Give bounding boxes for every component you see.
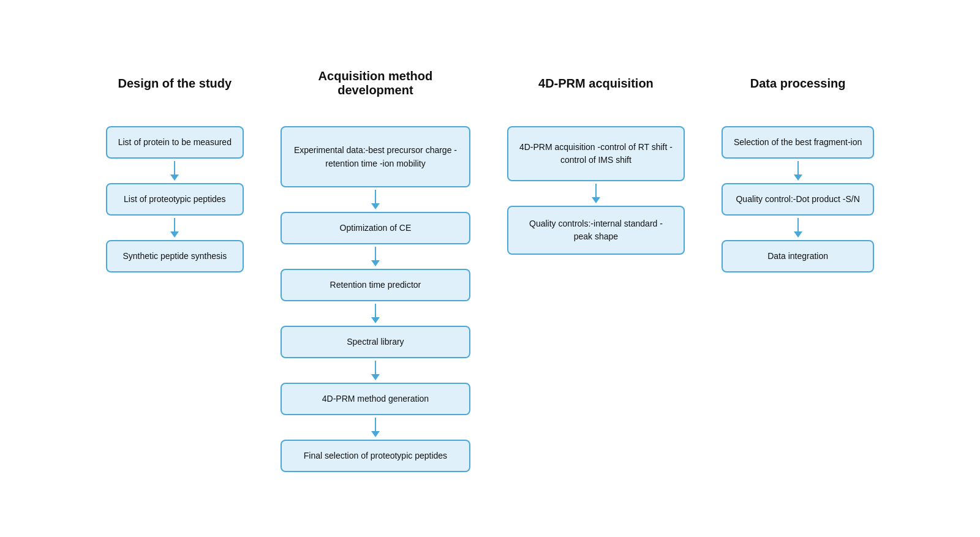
arrow-7 (371, 418, 380, 437)
column-title-4d-prm: 4D-PRM acquisition (538, 65, 654, 102)
arrow-head (592, 197, 600, 203)
arrow-line (375, 361, 376, 374)
column-acquisition: Acquisition methoddevelopment Experiment… (281, 65, 470, 472)
arrow-8 (592, 184, 600, 203)
column-title-design: Design of the study (118, 65, 232, 102)
box-experimental-data: Experimental data:-best precursor charge… (281, 126, 470, 187)
column-4d-prm: 4D-PRM acquisition 4D-PRM acquisition -c… (507, 65, 685, 255)
arrow-head (794, 231, 802, 238)
box-retention-time: Retention time predictor (281, 269, 470, 301)
arrow-6 (371, 361, 380, 380)
arrow-10 (794, 218, 802, 238)
arrow-5 (371, 304, 380, 323)
arrow-head (371, 260, 380, 266)
arrow-line (797, 161, 799, 175)
arrow-head (170, 231, 179, 238)
arrow-head (371, 203, 380, 209)
box-protein-list: List of protein to be measured (106, 126, 244, 159)
box-optimization-ce: Optimization of CE (281, 212, 470, 244)
arrow-head (794, 175, 802, 181)
arrow-head (371, 431, 380, 437)
box-4d-prm-acq: 4D-PRM acquisition -control of RT shift … (507, 126, 685, 181)
arrow-line (595, 184, 597, 197)
box-final-selection: Final selection of proteotypic peptides (281, 440, 470, 472)
arrow-line (375, 304, 376, 317)
column-design: Design of the study List of protein to b… (106, 65, 244, 272)
arrow-head (371, 374, 380, 380)
arrow-line (174, 218, 175, 231)
column-title-acquisition: Acquisition methoddevelopment (318, 65, 433, 102)
column-title-data-processing: Data processing (750, 65, 846, 102)
arrow-line (797, 218, 799, 231)
arrow-line (375, 418, 376, 431)
arrow-line (375, 247, 376, 260)
arrow-1 (170, 161, 179, 181)
arrow-2 (170, 218, 179, 238)
box-quality-control: Quality control:-Dot product -S/N (722, 183, 874, 216)
box-proteotypic-list: List of proteotypic peptides (106, 183, 244, 216)
arrow-head (371, 317, 380, 323)
box-quality-controls: Quality controls:-internal standard - pe… (507, 206, 685, 255)
arrow-head (170, 175, 179, 181)
arrow-line (375, 190, 376, 203)
arrow-3 (371, 190, 380, 209)
box-synthetic-peptide: Synthetic peptide synthesis (106, 240, 244, 272)
box-4d-prm-method: 4D-PRM method generation (281, 383, 470, 415)
box-best-fragment: Selection of the best fragment-ion (722, 126, 874, 159)
diagram: Design of the study List of protein to b… (0, 40, 980, 497)
box-data-integration: Data integration (722, 240, 874, 272)
arrow-9 (794, 161, 802, 181)
arrow-4 (371, 247, 380, 266)
box-spectral-library: Spectral library (281, 326, 470, 358)
arrow-line (174, 161, 175, 175)
column-data-processing: Data processing Selection of the best fr… (722, 65, 874, 272)
